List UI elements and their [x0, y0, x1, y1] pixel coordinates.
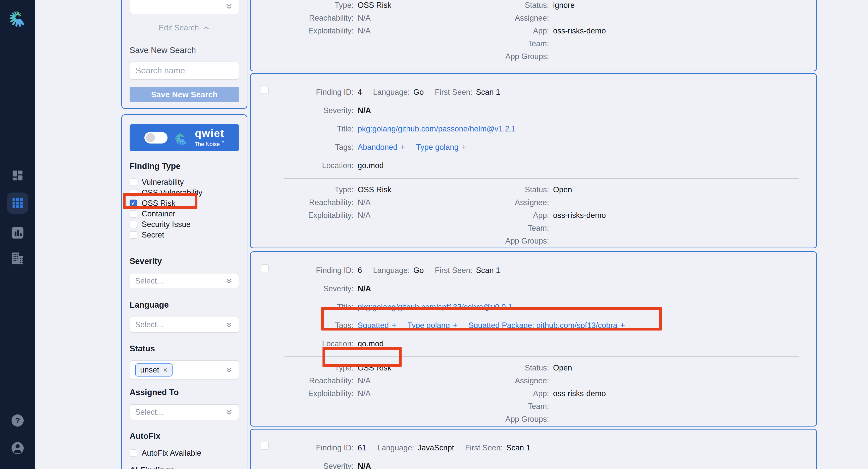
quiet-noise-toggle[interactable]: [145, 132, 167, 144]
add-tag-icon[interactable]: +: [620, 321, 625, 330]
assignee-value: [553, 196, 816, 209]
filter-option-label: OSS Vulnerability: [142, 188, 203, 197]
sidebar-item-dashboard[interactable]: [0, 169, 35, 182]
filter-option-container[interactable]: Container: [130, 209, 239, 219]
save-new-search-heading: Save New Search: [130, 46, 239, 55]
language-heading: Language: [130, 300, 239, 310]
add-tag-icon[interactable]: +: [401, 143, 405, 152]
svg-text:?: ?: [15, 416, 20, 425]
chevrons-down-icon: [224, 2, 234, 11]
checkbox-security-issue[interactable]: [130, 221, 137, 228]
tag-type-golang[interactable]: Type golang+: [416, 143, 466, 152]
sidebar-item-account[interactable]: [0, 441, 35, 456]
chip-remove-icon[interactable]: ×: [163, 366, 167, 374]
toggle-knob: [146, 133, 155, 142]
first-seen-label: First Seen:: [435, 266, 472, 275]
add-tag-icon[interactable]: +: [392, 321, 396, 330]
checkbox-container[interactable]: [130, 210, 137, 218]
tags-label: Tags:: [251, 143, 353, 152]
filter-option-vulnerability[interactable]: Vulnerability: [130, 177, 239, 187]
finding-id-value: 4: [358, 88, 362, 97]
add-tag-icon[interactable]: +: [462, 143, 466, 152]
add-tag-icon[interactable]: +: [453, 321, 457, 330]
spiral-logo-icon: [8, 6, 27, 28]
tag-abandoned[interactable]: Abandoned+: [358, 143, 405, 152]
checkbox-vulnerability[interactable]: [130, 178, 137, 186]
filter-option-label: Security Issue: [142, 220, 191, 229]
sidebar-item-organization[interactable]: [0, 251, 35, 265]
tag-squatted-package[interactable]: Squatted Package: github.com/spf13/cobra…: [468, 321, 625, 330]
filter-option-oss-vulnerability[interactable]: OSS Vulnerability: [130, 187, 239, 198]
finding-select-checkbox[interactable]: [261, 86, 269, 94]
checkbox-autofix-available[interactable]: [130, 449, 137, 457]
checkbox-secret[interactable]: [130, 231, 137, 239]
chevron-up-icon: [203, 24, 210, 32]
exploitability-value: N/A: [358, 387, 472, 400]
language-select[interactable]: Select...: [130, 317, 239, 333]
filter-option-label: Secret: [142, 231, 164, 239]
status-label: Status:: [476, 361, 549, 374]
select-placeholder: Select...: [135, 320, 163, 329]
finding-select-checkbox[interactable]: [261, 442, 269, 450]
type-label: Type:: [251, 0, 353, 11]
tags-label: Tags:: [251, 321, 353, 330]
first-seen-value: Scan 1: [506, 443, 531, 452]
finding-title-link[interactable]: pkg:golang/github.com/spf133/cobra@v0.0.…: [358, 303, 816, 312]
chip-label: unset: [140, 365, 159, 375]
filter-option-label: Vulnerability: [142, 178, 184, 187]
type-label: Type:: [251, 183, 353, 196]
autofix-heading: AutoFix: [130, 431, 239, 441]
edit-search-toggle[interactable]: Edit Search: [130, 23, 239, 32]
tag-type-golang[interactable]: Type golang+: [407, 321, 457, 330]
filter-option-security-issue[interactable]: Security Issue: [130, 219, 239, 230]
exploitability-label: Exploitability:: [251, 24, 353, 37]
sidebar-item-findings-active[interactable]: [7, 193, 28, 214]
status-value: Open: [553, 183, 816, 196]
app-groups-label: App Groups:: [476, 413, 549, 426]
reachability-label: Reachability:: [251, 374, 353, 387]
save-new-search-button[interactable]: Save New Search: [130, 87, 239, 102]
tag-squatted[interactable]: Squatted+: [358, 321, 396, 330]
saved-search-select[interactable]: [130, 0, 239, 14]
finding-card-partial-top: Type: OSS Risk Status: ignore Reachabili…: [250, 0, 817, 71]
location-label: Location:: [251, 161, 353, 170]
checkbox-oss-risk-checked[interactable]: ✓: [130, 200, 137, 207]
type-label: Type:: [251, 361, 353, 374]
severity-label: Severity:: [251, 284, 353, 293]
reachability-label: Reachability:: [251, 11, 353, 24]
first-seen-value: Scan 1: [476, 266, 500, 275]
status-select[interactable]: unset ×: [130, 360, 239, 380]
first-seen-value: Scan 1: [476, 88, 500, 97]
filter-option-oss-risk[interactable]: ✓ OSS Risk: [130, 198, 239, 209]
type-value: OSS Risk: [358, 361, 472, 374]
filter-option-autofix-available[interactable]: AutoFix Available: [130, 448, 239, 459]
card-divider: [284, 178, 799, 179]
type-value: OSS Risk: [358, 0, 472, 11]
sidebar-item-help[interactable]: ?: [0, 413, 35, 428]
first-seen-label: First Seen:: [435, 88, 472, 97]
checkbox-oss-vulnerability[interactable]: [130, 189, 137, 197]
severity-heading: Severity: [130, 256, 239, 266]
exploitability-label: Exploitability:: [251, 209, 353, 222]
language-label: Language:: [373, 88, 410, 97]
finding-title-link[interactable]: pkg:golang/github.com/passone/helm@v1.2.…: [358, 124, 816, 134]
qwiet-noise-banner: qwiet The Noise™: [130, 124, 239, 151]
help-icon: ?: [10, 413, 25, 428]
team-value: [553, 222, 816, 235]
assignee-label: Assignee:: [476, 374, 549, 387]
search-name-input[interactable]: [130, 62, 239, 80]
filter-option-secret[interactable]: Secret: [130, 230, 239, 240]
finding-select-checkbox[interactable]: [261, 264, 269, 272]
filter-option-label: OSS Risk: [142, 199, 175, 208]
severity-select[interactable]: Select...: [130, 273, 239, 289]
reachability-value: N/A: [358, 196, 472, 209]
chevrons-down-icon: [224, 365, 234, 375]
sidebar-item-reports[interactable]: [0, 226, 35, 240]
reachability-label: Reachability:: [251, 196, 353, 209]
team-label: Team:: [476, 400, 549, 413]
qwiet-logo: [0, 6, 35, 28]
assignee-value: [553, 11, 816, 24]
tm-mark: ™: [220, 140, 224, 145]
language-label: Language:: [377, 443, 414, 452]
assigned-to-select[interactable]: Select...: [130, 404, 239, 420]
